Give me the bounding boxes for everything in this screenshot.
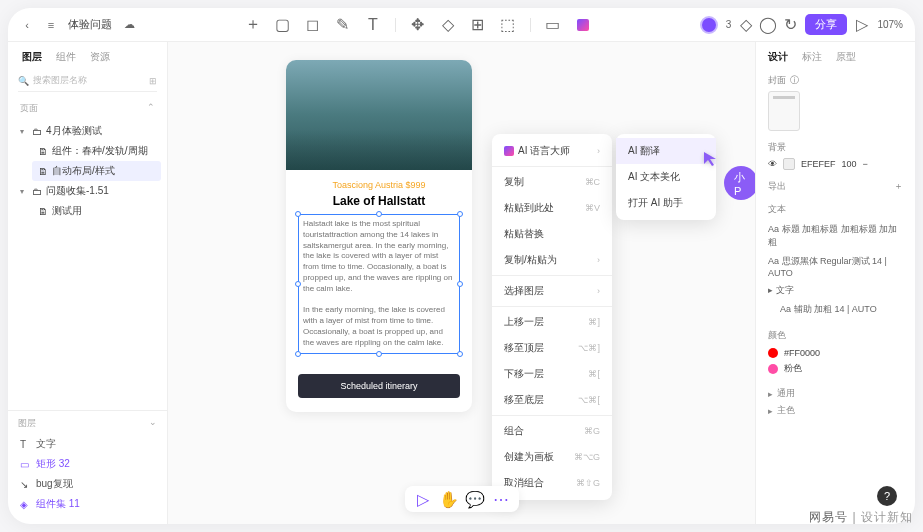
- cover-thumbnail[interactable]: [768, 91, 800, 131]
- expand-icon[interactable]: ⌄: [149, 417, 157, 430]
- right-panel: 设计 标注 原型 封面ⓘ 背景 👁 EFEFEF 100 − 导出＋: [755, 42, 915, 524]
- resize-handle[interactable]: [376, 351, 382, 357]
- text-style-row[interactable]: Aa 辅助 加粗 14 | AUTO: [768, 300, 903, 319]
- history-icon[interactable]: ↻: [783, 18, 797, 32]
- bg-hex[interactable]: EFEFEF: [801, 159, 836, 169]
- menu-ai-language[interactable]: AI 语言大师›: [492, 138, 612, 164]
- text-style-row[interactable]: Aa 标题 加粗标题 加粗标题 加加粗: [768, 220, 903, 252]
- menu-move-up[interactable]: 上移一层⌘]: [492, 309, 612, 335]
- layer-item[interactable]: ◈组件集 11: [18, 494, 157, 514]
- menu-move-top[interactable]: 移至顶层⌥⌘]: [492, 335, 612, 361]
- cta-button[interactable]: Scheduled itinerary: [298, 374, 460, 398]
- left-tabs: 图层 组件 资源: [8, 42, 167, 72]
- menu-paste-here[interactable]: 粘贴到此处⌘V: [492, 195, 612, 221]
- bg-swatch[interactable]: [783, 158, 795, 170]
- submenu-ai-translate[interactable]: AI 翻译: [616, 138, 716, 164]
- tree-page[interactable]: 🗎测试用: [32, 201, 161, 221]
- tab-prototype[interactable]: 原型: [836, 50, 856, 64]
- menu-create-frame[interactable]: 创建为画板⌘⌥G: [492, 444, 612, 470]
- tree-page-selected[interactable]: 🗎自动布局/样式: [32, 161, 161, 181]
- tab-components[interactable]: 组件: [56, 50, 76, 64]
- menu-move-bottom[interactable]: 移至底层⌥⌘[: [492, 387, 612, 413]
- submenu-ai-beautify[interactable]: AI 文本美化: [616, 164, 716, 190]
- artboard[interactable]: Toasciong Austria $999 Lake of Hallstatt…: [286, 60, 472, 412]
- tab-layers[interactable]: 图层: [22, 50, 42, 64]
- resize-handle[interactable]: [457, 281, 463, 287]
- general-label: 通用: [777, 387, 795, 400]
- layer-item[interactable]: ↘bug复现: [18, 474, 157, 494]
- selected-text-layer[interactable]: Halstadt lake is the most spiritual tour…: [298, 214, 460, 354]
- avatar[interactable]: [700, 16, 718, 34]
- pin-icon[interactable]: ◇: [739, 18, 753, 32]
- tab-design[interactable]: 设计: [768, 50, 788, 64]
- menu-copy[interactable]: 复制⌘C: [492, 169, 612, 195]
- card-title: Lake of Hallstatt: [298, 194, 460, 208]
- left-panel: 图层 组件 资源 🔍 搜索图层名称 ⊞ 页面 ⌃ ▾🗀4月体验测试 🗎组件：春种…: [8, 42, 168, 524]
- frame-icon[interactable]: ▢: [275, 17, 291, 33]
- pen-icon[interactable]: ✎: [335, 17, 351, 33]
- layout-icon[interactable]: ▭: [545, 17, 561, 33]
- menu-copy-paste-as[interactable]: 复制/粘贴为›: [492, 247, 612, 273]
- pages-label: 页面: [20, 102, 38, 115]
- zoom-level[interactable]: 107%: [877, 19, 903, 30]
- comment-tool-icon[interactable]: 💬: [467, 491, 483, 507]
- resize-handle[interactable]: [376, 211, 382, 217]
- remove-icon[interactable]: −: [863, 159, 868, 169]
- more-tool-icon[interactable]: ⋯: [493, 491, 509, 507]
- color-row[interactable]: #FF0000: [768, 346, 903, 360]
- resize-handle[interactable]: [457, 211, 463, 217]
- section-icon[interactable]: ⬚: [500, 17, 516, 33]
- resize-handle[interactable]: [295, 351, 301, 357]
- menu-group[interactable]: 组合⌘G: [492, 418, 612, 444]
- move-icon[interactable]: ✥: [410, 17, 426, 33]
- comment-icon[interactable]: ◯: [761, 18, 775, 32]
- background-label: 背景: [768, 141, 903, 154]
- main-color-label: 主色: [777, 404, 795, 417]
- resize-handle[interactable]: [457, 351, 463, 357]
- submenu-open-ai-assistant[interactable]: 打开 AI 助手: [616, 190, 716, 216]
- menu-paste-replace[interactable]: 粘贴替换: [492, 221, 612, 247]
- layer-item[interactable]: T文字: [18, 434, 157, 454]
- tree-page[interactable]: 🗎组件：春种/发轨/周期: [32, 141, 161, 161]
- add-icon[interactable]: ＋: [245, 17, 261, 33]
- tab-annotate[interactable]: 标注: [802, 50, 822, 64]
- rect-icon: ▭: [20, 459, 30, 469]
- menu-icon[interactable]: ≡: [44, 18, 58, 32]
- layer-list: 图层⌄ T文字 ▭矩形 32 ↘bug复现 ◈组件集 11: [8, 410, 167, 524]
- visibility-icon[interactable]: 👁: [768, 159, 777, 169]
- shape-icon[interactable]: ◻: [305, 17, 321, 33]
- filter-icon[interactable]: ⊞: [149, 76, 157, 86]
- layer-item[interactable]: ▭矩形 32: [18, 454, 157, 474]
- text-style-row[interactable]: Aa 思源黑体 Regular测试 14 | AUTO: [768, 252, 903, 281]
- help-button[interactable]: ?: [877, 486, 897, 506]
- add-icon[interactable]: ＋: [894, 180, 903, 193]
- resize-handle[interactable]: [295, 211, 301, 217]
- collapse-icon[interactable]: ⌃: [147, 102, 155, 115]
- color-row[interactable]: 粉色: [768, 360, 903, 377]
- tab-assets[interactable]: 资源: [90, 50, 110, 64]
- tree-folder[interactable]: ▾🗀4月体验测试: [14, 121, 161, 141]
- document-title: 体验问题: [68, 17, 112, 32]
- back-icon[interactable]: ‹: [20, 18, 34, 32]
- tree-folder[interactable]: ▾🗀问题收集-1.51: [14, 181, 161, 201]
- play-icon[interactable]: ▷: [855, 18, 869, 32]
- resize-handle[interactable]: [295, 281, 301, 287]
- share-button[interactable]: 分享: [805, 14, 847, 35]
- component-icon[interactable]: ◇: [440, 17, 456, 33]
- select-tool-icon[interactable]: ▷: [415, 491, 431, 507]
- canvas[interactable]: Toasciong Austria $999 Lake of Hallstatt…: [168, 42, 755, 524]
- context-menu: AI 语言大师› 复制⌘C 粘贴到此处⌘V 粘贴替换 复制/粘贴为› 选择图层›…: [492, 134, 612, 500]
- component-icon: ◈: [20, 499, 30, 509]
- menu-move-down[interactable]: 下移一层⌘[: [492, 361, 612, 387]
- hand-tool-icon[interactable]: ✋: [441, 491, 457, 507]
- topbar: ‹ ≡ 体验问题 ☁ ＋ ▢ ◻ ✎ T ✥ ◇ ⊞ ⬚ ▭ 3 ◇ ◯ ↻ 分…: [8, 8, 915, 42]
- plugin-icon[interactable]: ⊞: [470, 17, 486, 33]
- bg-opacity[interactable]: 100: [842, 159, 857, 169]
- text-icon[interactable]: T: [365, 17, 381, 33]
- cloud-sync-icon[interactable]: ☁: [122, 18, 136, 32]
- menu-select-layer[interactable]: 选择图层›: [492, 278, 612, 304]
- page-tree: ▾🗀4月体验测试 🗎组件：春种/发轨/周期 🗎自动布局/样式 ▾🗀问题收集-1.…: [8, 119, 167, 223]
- search-row[interactable]: 🔍 搜索图层名称 ⊞: [18, 74, 157, 92]
- ai-icon[interactable]: [575, 17, 591, 33]
- info-icon[interactable]: ⓘ: [790, 74, 799, 87]
